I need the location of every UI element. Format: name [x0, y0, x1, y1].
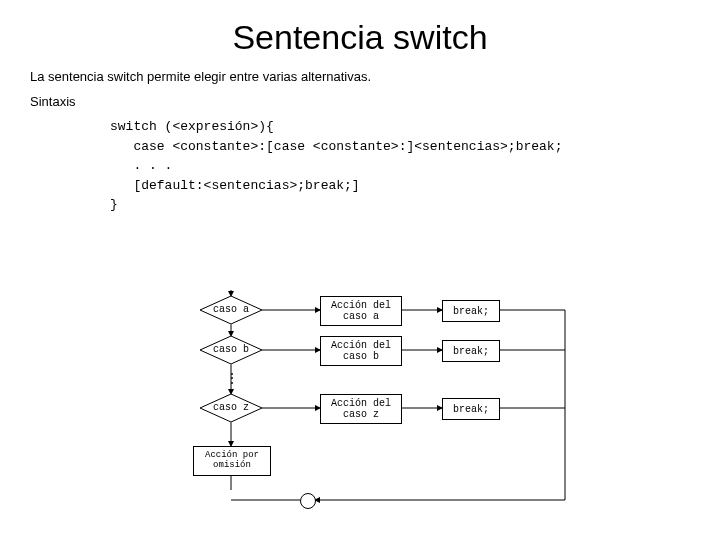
break-box-z: break;: [442, 398, 500, 420]
diamond-caso-a: [200, 296, 262, 324]
code-line: }: [110, 197, 118, 212]
action-box-z: Acción del caso z: [320, 394, 402, 424]
sintaxis-label: Sintaxis: [30, 94, 720, 109]
vertical-dots: ⋮: [225, 370, 239, 387]
break-box-a: break;: [442, 300, 500, 322]
svg-marker-17: [200, 296, 262, 324]
code-block: switch (<expresión>){ case <constante>:[…: [110, 117, 720, 215]
break-box-b: break;: [442, 340, 500, 362]
diamond-caso-b: [200, 336, 262, 364]
action-box-b: Acción del caso b: [320, 336, 402, 366]
page-title: Sentencia switch: [0, 18, 720, 57]
code-line: switch (<expresión>){: [110, 119, 274, 134]
action-box-a: Acción del caso a: [320, 296, 402, 326]
code-line: [default:<sentencias>;break;]: [110, 178, 360, 193]
intro-text: La sentencia switch permite elegir entre…: [30, 69, 720, 84]
diamond-caso-z: [200, 394, 262, 422]
merge-circle: [300, 493, 316, 509]
code-line: . . .: [110, 158, 172, 173]
svg-marker-18: [200, 336, 262, 364]
flow-diagram: caso a caso b ⋮ caso z Acción del caso a…: [170, 290, 610, 520]
default-action-box: Acción por omisión: [193, 446, 271, 476]
code-line: case <constante>:[case <constante>:]<sen…: [110, 139, 562, 154]
svg-marker-19: [200, 394, 262, 422]
